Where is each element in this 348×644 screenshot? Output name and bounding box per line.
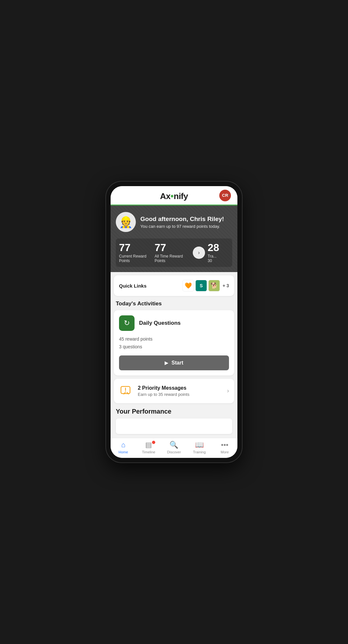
home-label: Home [119,450,128,454]
quick-link-heart-icon[interactable]: 🧡 [182,280,194,291]
partial-points-number: 28 [208,242,229,253]
discover-icon: 🔍 [169,441,178,449]
user-avatar: 👷 [116,212,136,232]
timeline-icon: ▤ [145,441,152,449]
performance-title: Your Performance [116,408,232,415]
performance-section: Your Performance [111,406,237,437]
daily-questions-meta: 45 reward points 3 questions [119,335,229,351]
partial-sub: 30 [208,259,229,263]
avatar-chevron-icon: ▾ [228,194,230,197]
training-icon: 📖 [195,441,204,449]
logo-dot [171,195,173,197]
daily-questions-header: ↻ Daily Questions [119,315,229,331]
home-icon: ⌂ [121,441,125,449]
play-icon: ▶ [165,360,168,365]
start-button[interactable]: ▶ Start [119,355,229,370]
current-points-item: 77 Current Reward Points [119,242,155,263]
greeting-text: Good afternoon, Chris Riley! [140,216,224,223]
alltime-points-item: 77 All Time Reward Points [155,242,190,263]
quick-links-more: + 3 [223,283,229,288]
hero-section: 👷 Good afternoon, Chris Riley! You can e… [111,206,237,272]
alltime-points-label: All Time Reward Points [155,254,190,263]
user-avatar-button[interactable]: CR ▾ [219,190,231,201]
nav-timeline[interactable]: ▤ Timeline [139,441,158,454]
daily-questions-title: Daily Questions [139,320,180,326]
priority-messages-text: 2 Priority Messages Earn up to 35 reward… [138,385,223,397]
more-icon: ••• [221,441,228,449]
priority-messages-title: 2 Priority Messages [138,385,223,391]
priority-messages-card[interactable]: 2 Priority Messages Earn up to 35 reward… [114,379,234,403]
nav-home[interactable]: ⌂ Home [114,441,133,454]
points-row: 77 Current Reward Points 77 All Time Rew… [116,238,232,267]
refresh-icon: ↻ [124,319,130,327]
quick-links-icons: 🧡 S 🐕 + 3 [182,280,229,291]
daily-questions-count: 3 questions [119,343,229,351]
points-next-button[interactable]: › [193,247,205,259]
phone-frame: Axnify CR ▾ 👷 Good afternoon, Chris Rile… [106,182,242,462]
reward-subtitle: You can earn up to 97 reward points toda… [140,224,224,229]
training-label: Training [193,450,206,454]
start-label: Start [171,360,183,366]
current-points-label: Current Reward Points [119,254,155,263]
worker-icon: 👷 [119,216,133,228]
priority-messages-subtitle: Earn up to 35 reward points [138,392,223,397]
content-scroll: 👷 Good afternoon, Chris Riley! You can e… [111,206,237,438]
partial-points-item: 28 Tra... 30 [208,242,229,263]
quick-link-sharepoint-icon[interactable]: S [195,280,207,291]
quick-links-title: Quick Links [119,283,147,289]
app-logo: Axnify [160,191,188,201]
priority-chevron-icon: › [227,387,229,394]
svg-point-2 [125,391,126,392]
daily-questions-points: 45 reward points [119,335,229,343]
timeline-label: Timeline [142,450,155,454]
nav-training[interactable]: 📖 Training [190,441,209,454]
partial-points-label: Tra... [208,254,229,259]
daily-questions-card: ↻ Daily Questions 45 reward points 3 que… [114,310,234,375]
nav-more[interactable]: ••• More [215,441,234,454]
app-header: Axnify CR ▾ [111,186,237,206]
quick-links-card[interactable]: Quick Links 🧡 S 🐕 + 3 [114,275,234,296]
activities-section-heading: Today's Activities [111,296,237,309]
quick-link-dog-icon[interactable]: 🐕 [208,280,220,291]
performance-bar [116,418,232,434]
bottom-nav: ⌂ Home ▤ Timeline 🔍 Discover 📖 Training … [111,438,237,458]
daily-questions-icon: ↻ [119,315,135,331]
more-label: More [221,450,229,454]
priority-message-icon [119,384,133,398]
nav-discover[interactable]: 🔍 Discover [164,441,184,454]
current-points-number: 77 [119,242,155,253]
alltime-points-number: 77 [155,242,190,253]
discover-label: Discover [167,450,181,454]
phone-screen: Axnify CR ▾ 👷 Good afternoon, Chris Rile… [111,186,237,458]
hero-text: Good afternoon, Chris Riley! You can ear… [140,216,224,229]
hero-greeting: 👷 Good afternoon, Chris Riley! You can e… [116,212,232,232]
timeline-badge [151,440,156,445]
